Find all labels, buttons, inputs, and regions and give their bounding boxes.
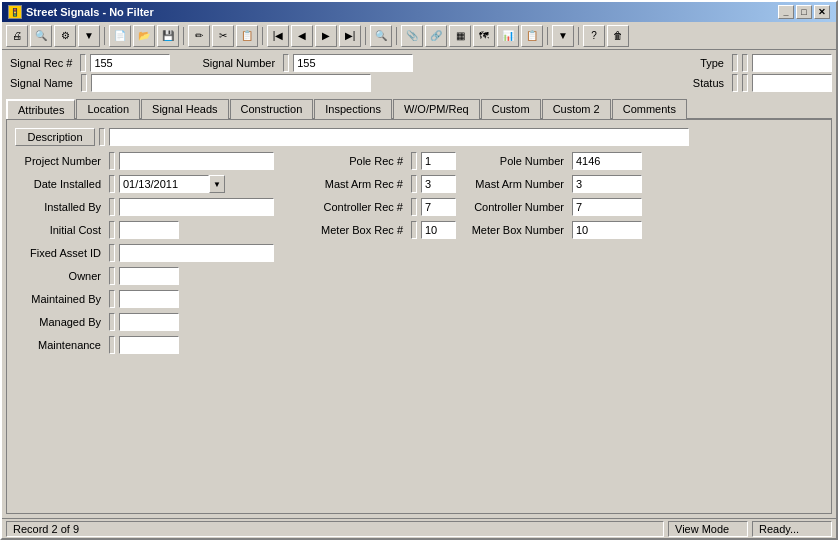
signal-number-input[interactable]	[293, 54, 413, 72]
managed-by-row: Managed By	[15, 313, 274, 331]
desc-marker	[99, 128, 105, 146]
find-button[interactable]: 🔍	[370, 25, 392, 47]
attach-button[interactable]: 📎	[401, 25, 423, 47]
pole-number-input[interactable]	[572, 152, 642, 170]
tab-inspections[interactable]: Inspections	[314, 99, 392, 119]
window-title: Street Signals - No Filter	[26, 6, 154, 18]
tab-custom[interactable]: Custom	[481, 99, 541, 119]
cut-button[interactable]: ✂	[212, 25, 234, 47]
minimize-button[interactable]: _	[778, 5, 794, 19]
date-installed-label: Date Installed	[15, 178, 105, 190]
tab-attributes[interactable]: Attributes	[6, 99, 75, 119]
tabs-container: Attributes Location Signal Heads Constru…	[6, 98, 832, 118]
signal-name-marker	[81, 74, 87, 92]
maintained-by-label: Maintained By	[15, 293, 105, 305]
last-record-button[interactable]: ▶|	[339, 25, 361, 47]
next-record-button[interactable]: ▶	[315, 25, 337, 47]
fixed-asset-id-input[interactable]	[119, 244, 274, 262]
extra-button[interactable]: 🗑	[607, 25, 629, 47]
open-button[interactable]: 📂	[133, 25, 155, 47]
chart-button[interactable]: 📊	[497, 25, 519, 47]
mast-arm-rec-input[interactable]	[421, 175, 456, 193]
initial-cost-input[interactable]	[119, 221, 179, 239]
title-bar: 🚦 Street Signals - No Filter _ □ ✕	[2, 2, 836, 22]
signal-name-input[interactable]	[91, 74, 371, 92]
prev-record-button[interactable]: ◀	[291, 25, 313, 47]
new-button[interactable]: 📄	[109, 25, 131, 47]
date-installed-marker	[109, 175, 115, 193]
copy-button[interactable]: 📋	[236, 25, 258, 47]
description-input[interactable]	[109, 128, 689, 146]
description-row: Description	[15, 128, 823, 146]
pole-rec-input[interactable]	[421, 152, 456, 170]
mast-arm-rec-row: Mast Arm Rec #	[302, 175, 456, 193]
project-number-marker	[109, 152, 115, 170]
owner-row: Owner	[15, 267, 274, 285]
tab-wo-pm-req[interactable]: W/O/PM/Req	[393, 99, 480, 119]
maintained-by-input[interactable]	[119, 290, 179, 308]
controller-rec-marker	[411, 198, 417, 216]
meter-box-rec-input[interactable]	[421, 221, 456, 239]
tab-content-attributes: Description Project Number Date Insta	[6, 118, 832, 514]
tab-signal-heads[interactable]: Signal Heads	[141, 99, 228, 119]
date-installed-row: Date Installed ▼	[15, 175, 274, 193]
controller-rec-input[interactable]	[421, 198, 456, 216]
signal-rec-input[interactable]	[90, 54, 170, 72]
installed-by-input[interactable]	[119, 198, 274, 216]
owner-input[interactable]	[119, 267, 179, 285]
title-bar-left: 🚦 Street Signals - No Filter	[8, 5, 154, 19]
maintained-by-row: Maintained By	[15, 290, 274, 308]
date-dropdown-button[interactable]: ▼	[209, 175, 225, 193]
settings-button[interactable]: ⚙	[54, 25, 76, 47]
maintained-by-marker	[109, 290, 115, 308]
description-button[interactable]: Description	[15, 128, 95, 146]
date-installed-input[interactable]	[119, 175, 209, 193]
map-button[interactable]: 🗺	[473, 25, 495, 47]
edit-button[interactable]: ✏	[188, 25, 210, 47]
pole-rec-marker	[411, 152, 417, 170]
maximize-button[interactable]: □	[796, 5, 812, 19]
search-button[interactable]: 🔍	[30, 25, 52, 47]
status-input[interactable]	[752, 74, 832, 92]
project-number-input[interactable]	[119, 152, 274, 170]
tab-comments[interactable]: Comments	[612, 99, 687, 119]
meter-box-number-input[interactable]	[572, 221, 642, 239]
close-button[interactable]: ✕	[814, 5, 830, 19]
meter-box-number-row: Meter Box Number	[468, 221, 642, 239]
fixed-asset-id-row: Fixed Asset ID	[15, 244, 274, 262]
installed-by-row: Installed By	[15, 198, 274, 216]
controller-number-label: Controller Number	[468, 201, 568, 213]
meter-box-rec-label: Meter Box Rec #	[302, 224, 407, 236]
maintenance-row: Maintenance	[15, 336, 274, 354]
title-buttons: _ □ ✕	[778, 5, 830, 19]
project-number-row: Project Number	[15, 152, 274, 170]
maintenance-input[interactable]	[119, 336, 179, 354]
pole-rec-row: Pole Rec #	[302, 152, 456, 170]
more-button[interactable]: ▼	[552, 25, 574, 47]
controller-number-input[interactable]	[572, 198, 642, 216]
first-record-button[interactable]: |◀	[267, 25, 289, 47]
grid-button[interactable]: ▦	[449, 25, 471, 47]
fixed-asset-id-label: Fixed Asset ID	[15, 247, 105, 259]
save-button[interactable]: 💾	[157, 25, 179, 47]
sep4	[365, 27, 366, 45]
filter-dropdown-button[interactable]: ▼	[78, 25, 100, 47]
owner-marker	[109, 267, 115, 285]
content-area: Signal Rec # Signal Number Type Signal N…	[2, 50, 836, 518]
tab-location[interactable]: Location	[76, 99, 140, 119]
tab-custom2[interactable]: Custom 2	[542, 99, 611, 119]
sep7	[578, 27, 579, 45]
managed-by-input[interactable]	[119, 313, 179, 331]
main-window: 🚦 Street Signals - No Filter _ □ ✕ 🖨 🔍 ⚙…	[0, 0, 838, 540]
app-icon: 🚦	[8, 5, 22, 19]
pole-number-label: Pole Number	[468, 155, 568, 167]
help-button[interactable]: ?	[583, 25, 605, 47]
mast-arm-number-input[interactable]	[572, 175, 642, 193]
pole-number-row: Pole Number	[468, 152, 642, 170]
tab-construction[interactable]: Construction	[230, 99, 314, 119]
ready-status: Ready...	[752, 521, 832, 537]
report-button[interactable]: 📋	[521, 25, 543, 47]
type-input[interactable]	[752, 54, 832, 72]
link-button[interactable]: 🔗	[425, 25, 447, 47]
print-button[interactable]: 🖨	[6, 25, 28, 47]
